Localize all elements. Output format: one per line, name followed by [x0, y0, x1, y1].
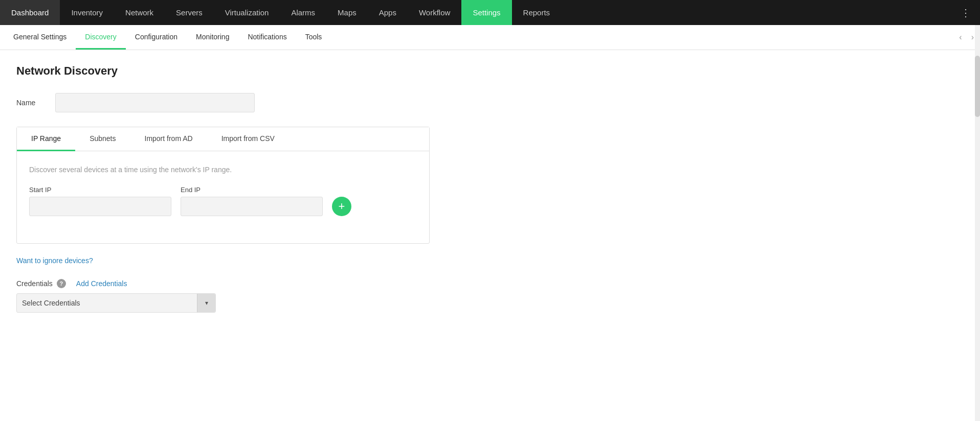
credentials-dropdown-arrow-icon[interactable]: ▾ — [197, 294, 215, 312]
sub-nav-configuration[interactable]: Configuration — [126, 25, 187, 50]
sub-nav-tools[interactable]: Tools — [296, 25, 331, 50]
top-nav: Dashboard Inventory Network Servers Virt… — [0, 0, 980, 25]
nav-item-reports[interactable]: Reports — [512, 0, 562, 25]
sub-nav-discovery[interactable]: Discovery — [76, 25, 125, 50]
credentials-section: Credentials ? Add Credentials Select Cre… — [16, 279, 964, 313]
ip-range-tab-content: Discover several devices at a time using… — [17, 151, 429, 243]
inner-tab-import-ad[interactable]: Import from AD — [130, 127, 207, 151]
inner-tabs-container: IP Range Subnets Import from AD Import f… — [16, 127, 430, 244]
add-ip-range-button[interactable]: + — [332, 197, 351, 216]
end-ip-label: End IP — [181, 186, 323, 194]
nav-item-dashboard[interactable]: Dashboard — [0, 0, 60, 25]
nav-item-servers[interactable]: Servers — [165, 0, 214, 25]
sub-nav-general-settings[interactable]: General Settings — [4, 25, 76, 50]
ip-fields-row: Start IP End IP + — [29, 186, 417, 216]
nav-spacer — [561, 0, 951, 25]
end-ip-group: End IP — [181, 186, 323, 216]
scrollbar-thumb[interactable] — [975, 56, 980, 117]
ignore-devices-link[interactable]: Want to ignore devices? — [16, 256, 93, 265]
nav-item-inventory[interactable]: Inventory — [60, 0, 114, 25]
sub-nav-monitoring[interactable]: Monitoring — [187, 25, 238, 50]
inner-tab-ip-range[interactable]: IP Range — [17, 127, 75, 151]
credentials-header: Credentials ? Add Credentials — [16, 279, 964, 288]
nav-item-settings[interactable]: Settings — [461, 0, 511, 25]
nav-item-maps[interactable]: Maps — [326, 0, 368, 25]
nav-item-workflow[interactable]: Workflow — [408, 0, 461, 25]
sub-nav: General Settings Discovery Configuration… — [0, 25, 980, 50]
sub-nav-forward-arrow[interactable]: › — [971, 33, 974, 42]
credentials-select-wrapper: Select Credentials ▾ — [16, 293, 216, 313]
nav-item-alarms[interactable]: Alarms — [280, 0, 326, 25]
credentials-help-icon[interactable]: ? — [57, 279, 66, 288]
start-ip-input[interactable] — [29, 197, 171, 216]
page-title: Network Discovery — [16, 64, 964, 78]
scrollbar-area — [975, 25, 980, 421]
start-ip-label: Start IP — [29, 186, 171, 194]
nav-item-apps[interactable]: Apps — [368, 0, 408, 25]
sub-nav-notifications[interactable]: Notifications — [238, 25, 296, 50]
nav-item-network[interactable]: Network — [114, 0, 165, 25]
nav-more-button[interactable]: ⋮ — [951, 0, 980, 25]
name-label: Name — [16, 99, 47, 107]
credentials-label: Credentials — [16, 279, 53, 288]
start-ip-group: Start IP — [29, 186, 171, 216]
name-input[interactable] — [55, 93, 255, 112]
main-content: Network Discovery Name IP Range Subnets … — [0, 50, 980, 329]
add-credentials-link[interactable]: Add Credentials — [76, 279, 127, 288]
nav-item-virtualization[interactable]: Virtualization — [214, 0, 280, 25]
credentials-select[interactable]: Select Credentials — [17, 294, 197, 312]
inner-tabs: IP Range Subnets Import from AD Import f… — [17, 127, 429, 151]
inner-tab-import-csv[interactable]: Import from CSV — [207, 127, 289, 151]
inner-tab-subnets[interactable]: Subnets — [75, 127, 130, 151]
ip-range-description: Discover several devices at a time using… — [29, 166, 417, 174]
name-row: Name — [16, 93, 964, 112]
end-ip-input[interactable] — [181, 197, 323, 216]
sub-nav-back-arrow[interactable]: ‹ — [959, 33, 962, 42]
